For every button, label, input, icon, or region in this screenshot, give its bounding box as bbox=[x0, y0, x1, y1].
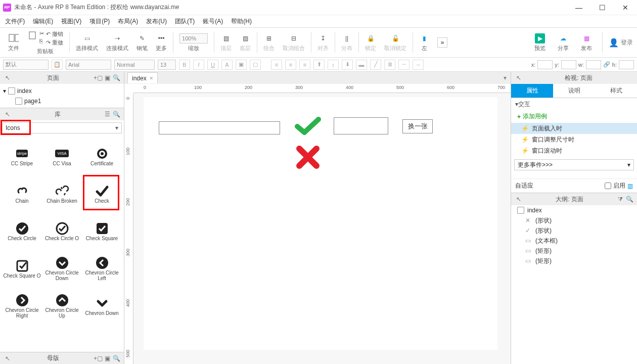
tab-notes[interactable]: 说明 bbox=[553, 84, 595, 98]
filter-icon[interactable]: ⧩ bbox=[616, 196, 625, 203]
menu-item[interactable]: 帮助(H) bbox=[231, 17, 252, 26]
arrow-icon[interactable]: → bbox=[413, 60, 424, 70]
search-icon[interactable]: 🔍 bbox=[112, 111, 121, 118]
event-window-scroll[interactable]: ⚡窗口滚动时 bbox=[511, 145, 637, 156]
collapse-icon[interactable]: ↖ bbox=[3, 74, 12, 81]
close-icon[interactable]: × bbox=[150, 75, 153, 82]
border-icon[interactable]: ▢ bbox=[250, 60, 261, 70]
lw-icon[interactable]: ≣ bbox=[384, 60, 395, 70]
canvas-textfield-2[interactable] bbox=[334, 117, 388, 134]
close-button[interactable]: ✕ bbox=[614, 0, 637, 15]
canvas-tab[interactable]: index× bbox=[127, 72, 158, 83]
library-icon-ccu[interactable]: Chevron Circle Up bbox=[42, 287, 82, 325]
enable-checkbox[interactable] bbox=[605, 183, 611, 189]
font-color-icon[interactable]: A bbox=[221, 60, 233, 70]
library-icon-ccl[interactable]: Chevron Circle Left bbox=[82, 250, 122, 287]
ls-icon[interactable]: ┄ bbox=[398, 60, 410, 70]
library-icon-checkso[interactable]: Check Square O bbox=[2, 250, 42, 287]
menu-item[interactable]: 账号(A) bbox=[203, 17, 223, 26]
add-page-icon[interactable]: +▢ bbox=[94, 74, 103, 81]
weight-select[interactable]: Normal bbox=[114, 60, 155, 70]
library-icon-ccd[interactable]: Chevron Circle Down bbox=[42, 250, 82, 287]
tb-select-mode[interactable]: ▭选择模式 bbox=[72, 28, 102, 57]
valign-top-icon[interactable]: ⬆ bbox=[313, 60, 325, 70]
outline-item[interactable]: ▭(矩形) bbox=[511, 256, 637, 266]
tb-connect-mode[interactable]: ⇢连接模式 bbox=[102, 28, 132, 57]
library-icon-cd[interactable]: Chevron Down bbox=[82, 287, 122, 325]
adaptive-icon[interactable]: ▥ bbox=[627, 183, 633, 190]
library-icon-ccr[interactable]: Chevron Circle Right bbox=[2, 287, 42, 325]
event-page-load[interactable]: ⚡页面载入时 bbox=[511, 123, 637, 134]
library-icon-chainb[interactable]: Chain Broken bbox=[42, 175, 82, 212]
coord-h-input[interactable] bbox=[619, 60, 634, 69]
canvas-cross-shape[interactable] bbox=[296, 146, 320, 169]
align-left-icon[interactable]: ≡ bbox=[271, 60, 282, 70]
tb-file[interactable]: 文件 bbox=[4, 28, 23, 57]
tb-unlock[interactable]: 🔓取消锁定 bbox=[380, 28, 411, 57]
library-icon-checks[interactable]: Check Square bbox=[82, 212, 122, 250]
library-icon-checkco[interactable]: Check Circle O bbox=[42, 212, 82, 250]
valign-bot-icon[interactable]: ⬇ bbox=[342, 60, 353, 70]
bold-icon[interactable]: B bbox=[179, 60, 190, 70]
minimize-button[interactable]: — bbox=[567, 0, 590, 15]
tb-ungroup[interactable]: ⊟取消组合 bbox=[279, 28, 309, 57]
coord-y-input[interactable] bbox=[561, 60, 576, 69]
line-icon[interactable]: ╱ bbox=[370, 60, 381, 70]
library-icon-checkc[interactable]: Check Circle bbox=[2, 212, 42, 250]
page-tree-child[interactable]: page1 bbox=[3, 96, 121, 106]
tb-left[interactable]: ▮左 bbox=[415, 28, 433, 57]
tb-share[interactable]: ☁分享 bbox=[554, 33, 573, 52]
library-icon-stripe[interactable]: stripeCC Stripe bbox=[2, 138, 42, 175]
tb-align[interactable]: ↧对齐 bbox=[313, 28, 333, 57]
search-icon[interactable]: 🔍 bbox=[625, 196, 634, 203]
library-icon-check[interactable]: Check bbox=[82, 175, 122, 212]
menu-item[interactable]: 编辑(E) bbox=[33, 17, 53, 26]
size-select[interactable]: 13 bbox=[158, 60, 176, 70]
align-center-icon[interactable]: ≡ bbox=[285, 60, 296, 70]
outline-item[interactable]: ✕(形状) bbox=[511, 215, 637, 225]
add-case-link[interactable]: +添加用例 bbox=[511, 110, 637, 123]
tb-group[interactable]: ⊞组合 bbox=[259, 28, 279, 57]
copy-style-icon[interactable]: 📋 bbox=[52, 60, 63, 70]
page-tree-root[interactable]: ▾ index bbox=[3, 86, 121, 96]
tb-clipboard[interactable]: ✂⎘ ↶ 撤销 ↷ 重做 剪贴板 bbox=[23, 28, 67, 57]
menu-item[interactable]: 发布(U) bbox=[146, 17, 167, 26]
tb-pen[interactable]: ✎钢笔 bbox=[132, 28, 152, 57]
maximize-button[interactable]: ☐ bbox=[590, 0, 614, 15]
menu-item[interactable]: 团队(T) bbox=[175, 17, 195, 26]
tb-front[interactable]: ▧顶层 bbox=[216, 28, 236, 57]
more-events-select[interactable]: 更多事件>>>▾ bbox=[514, 159, 634, 170]
library-select[interactable]: Icons ▾ bbox=[2, 122, 122, 133]
menu-icon[interactable]: ☰ bbox=[103, 111, 112, 118]
search-icon[interactable]: 🔍 bbox=[112, 74, 121, 81]
menu-item[interactable]: 文件(F) bbox=[5, 17, 25, 26]
login-button[interactable]: 👤登录 bbox=[609, 38, 633, 48]
tb-zoom[interactable]: 100%缩放 bbox=[175, 28, 212, 57]
tb-distribute[interactable]: ||分布 bbox=[337, 28, 356, 57]
add-folder-icon[interactable]: ▣ bbox=[103, 355, 112, 362]
tab-style[interactable]: 样式 bbox=[595, 84, 637, 98]
fill-icon[interactable]: ▬ bbox=[356, 60, 367, 70]
tb-more[interactable]: •••更多 bbox=[152, 28, 171, 57]
coord-w-input[interactable] bbox=[586, 60, 601, 69]
italic-icon[interactable]: I bbox=[193, 60, 204, 70]
library-icon-chain[interactable]: Chain bbox=[2, 175, 42, 212]
outline-item[interactable]: ✓(形状) bbox=[511, 225, 637, 236]
tb-publish[interactable]: ▦发布 bbox=[577, 33, 596, 52]
tab-properties[interactable]: 属性 bbox=[511, 84, 553, 98]
outline-item[interactable]: ▭(文本框) bbox=[511, 236, 637, 246]
outline-item[interactable]: ▭(矩形) bbox=[511, 246, 637, 256]
outline-root[interactable]: index bbox=[511, 205, 637, 215]
library-icon-visa[interactable]: VISACC Visa bbox=[42, 138, 82, 175]
canvas-button[interactable]: 换一张 bbox=[402, 119, 433, 133]
tb-preview[interactable]: ▶预览 bbox=[530, 33, 550, 52]
tb-overflow[interactable]: » bbox=[433, 28, 451, 57]
canvas-textfield-1[interactable] bbox=[159, 121, 280, 134]
bg-color-icon[interactable]: ▣ bbox=[236, 60, 247, 70]
canvas-check-shape[interactable] bbox=[294, 116, 322, 136]
interact-section[interactable]: ▾ 交互 bbox=[511, 98, 637, 110]
tab-menu-icon[interactable]: ▾ bbox=[504, 74, 507, 81]
underline-icon[interactable]: U bbox=[207, 60, 218, 70]
library-icon-cert[interactable]: Certificate bbox=[82, 138, 122, 175]
valign-mid-icon[interactable]: ↕ bbox=[328, 60, 339, 70]
